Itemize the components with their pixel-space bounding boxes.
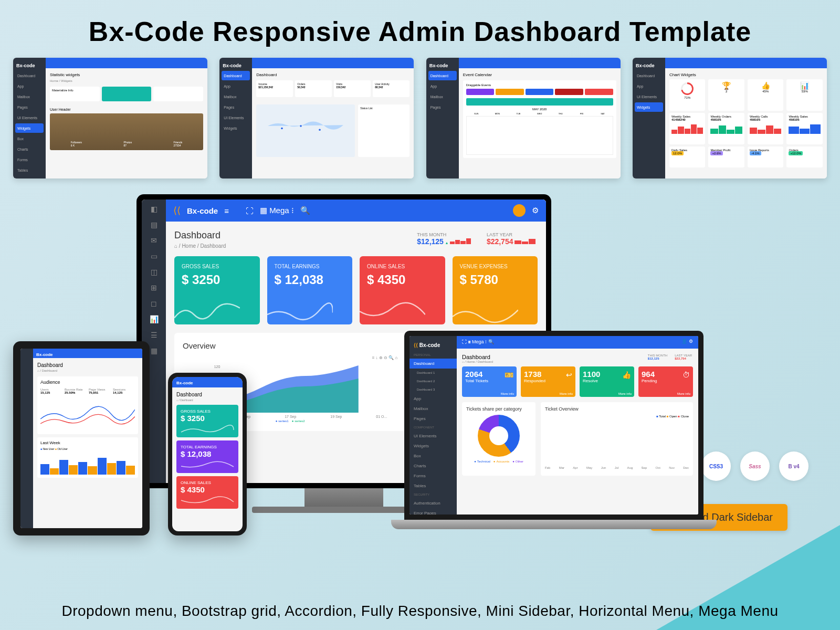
chart-icon[interactable]: 📊: [149, 315, 159, 324]
section-title: Chart Widgets: [669, 72, 823, 77]
sidebar-item[interactable]: Forms: [410, 471, 457, 481]
stat: Bounce Rate25.50%: [65, 388, 87, 394]
sidebar-subitem[interactable]: Dashboard 2: [410, 377, 457, 385]
more-info-link[interactable]: More info: [677, 392, 690, 395]
calendar-grid: [466, 116, 613, 155]
last-week-title: Last Week: [40, 440, 135, 445]
sidebar-item: Charts: [15, 144, 44, 154]
breadcrumb: ⌂ / Dashboard: [37, 369, 138, 372]
sidebar-item: Forms: [15, 155, 44, 164]
weekly-card: Weekly Calls458105: [748, 113, 784, 144]
laptop-base: [391, 520, 717, 529]
event-chip: [466, 89, 495, 95]
brand-logo: Bx-code: [426, 61, 459, 70]
progress-card: 👍 45%: [748, 79, 784, 111]
event-chip: [496, 89, 524, 95]
ticket-card-resolve: 1100 Resolve 👍 More info: [580, 366, 634, 397]
hero-image: Followers6 K Photos87 Friends27554: [50, 113, 203, 150]
more-info-link[interactable]: More info: [618, 392, 632, 395]
svg-point-2: [319, 129, 321, 131]
section-title: Event Calendar: [463, 72, 616, 77]
laptop-sidebar: ⟨⟨ Bx-code PERSONAL Dashboard Dashboard …: [410, 336, 457, 514]
stat-card: Orders50,542: [295, 80, 332, 97]
desktop-topbar: ⟨⟨ Bx-code ≡ ⛶ ▦ Mega ⁝ 🔍 ⚙: [166, 200, 546, 222]
widget-icon[interactable]: ⊞: [149, 284, 159, 293]
more-info-link[interactable]: More info: [560, 392, 573, 395]
sidebar-item-active: Dashboard: [222, 71, 250, 80]
box-icon[interactable]: ◻: [149, 299, 159, 309]
tablet-mockup: Bx-code Dashboard ⌂ / Dashboard Audience…: [13, 341, 150, 536]
pages-icon[interactable]: ▭: [149, 252, 159, 261]
search-icon[interactable]: 🔍: [300, 206, 310, 215]
sidebar-item: Pages: [15, 102, 44, 112]
fullscreen-icon[interactable]: ⛶: [246, 206, 254, 215]
ticket-card-responded: 1738 Responded ↩ More info: [521, 366, 575, 397]
svg-point-0: [281, 128, 284, 130]
sidebar-item[interactable]: Tables: [410, 481, 457, 491]
sidebar-item: App: [635, 81, 663, 91]
sidebar-subitem[interactable]: Dashboard 1: [410, 369, 457, 377]
day-header: TUE: [508, 112, 529, 115]
audience-chart: [40, 398, 135, 430]
sidebar-item[interactable]: Charts: [410, 461, 457, 471]
section-title: Dashboard: [256, 72, 410, 77]
tablet-title: Dashboard: [37, 362, 138, 368]
thumbnail-header: [252, 58, 414, 68]
brand-text: Bx-code: [187, 206, 218, 215]
phone-header: Bx-code: [172, 377, 243, 387]
sidebar-subitem[interactable]: Dashboard 3: [410, 385, 457, 394]
breadcrumb: Home / Widgets: [50, 79, 203, 82]
sidebar-item[interactable]: Mailbox: [410, 404, 457, 414]
avatar-icon[interactable]: [513, 204, 526, 217]
thumbnail-dashboard: Bx-code Dashboard App Mailbox Pages UI E…: [219, 58, 414, 178]
calendar-toolbar: [466, 98, 613, 106]
stat: Sessions14,125: [113, 388, 135, 394]
sidebar-item: Widgets: [222, 123, 250, 133]
sidebar-item[interactable]: Box: [410, 451, 457, 461]
mail-icon[interactable]: ✉: [149, 236, 159, 246]
section-title: User Header: [50, 108, 203, 111]
tablet-header: Bx-code: [33, 349, 142, 358]
day-header: SUN: [466, 112, 487, 115]
sidebar-item[interactable]: Authentication: [410, 498, 457, 508]
info-card: Materialize Info: [50, 87, 100, 101]
sidebar-item: Mailbox: [428, 92, 457, 101]
ticket-card-total: 2064 Total Tickets 🎫 More info: [462, 366, 517, 397]
sidebar-item: Dashboard: [635, 71, 663, 80]
sidebar-item-dashboard[interactable]: Dashboard: [410, 359, 457, 369]
header-stat: LAST YEAR$22,754: [675, 354, 692, 360]
menu-icon[interactable]: ≡: [224, 206, 229, 215]
laptop-topbar: ⛶ ▦ Mega ⁝ 🔍 👤 ⚙: [457, 336, 698, 349]
weekly-card: Weekly Orders458105: [708, 113, 744, 144]
app-icon[interactable]: ▤: [149, 220, 159, 230]
sidebar-item: Mailbox: [222, 92, 250, 101]
progress-card: 🏆 2: [708, 79, 744, 111]
ui-icon[interactable]: ◫: [149, 268, 159, 277]
sidebar-item: UI Elements: [15, 113, 44, 122]
form-icon[interactable]: ☰: [149, 331, 159, 340]
header-stat: THIS MONTH$12,125: [648, 354, 667, 360]
mega-menu-button[interactable]: ▦ Mega ⁝: [260, 206, 294, 215]
ticket-card-pending: 964 Pending ⏱ More info: [638, 366, 693, 397]
sidebar-item[interactable]: Error Pages: [410, 508, 457, 514]
more-info-link[interactable]: More info: [501, 392, 514, 395]
sidebar-item: App: [428, 81, 457, 91]
sidebar-item[interactable]: UI Elements: [410, 431, 457, 441]
daily-card: Daily Sales12.0%: [669, 146, 706, 167]
sidebar-item[interactable]: App: [410, 394, 457, 404]
features-text: Dropdown menu, Bootstrap grid, Accordion…: [0, 603, 840, 620]
stat-card: Income$21,150,542: [256, 80, 293, 97]
audience-title: Audience: [40, 380, 135, 385]
progress-card: 71%: [669, 79, 706, 111]
status-card: Status List: [358, 104, 410, 157]
sidebar-item[interactable]: Widgets: [410, 441, 457, 451]
phone-mockup: Bx-code Dashboard ⌂ / Dashboard GROSS SA…: [168, 373, 247, 536]
dashboard-icon[interactable]: ◧: [149, 205, 159, 214]
brand-logo: Bx-code: [219, 61, 252, 70]
table-icon[interactable]: ▦: [149, 346, 159, 356]
logout-icon[interactable]: ⚙: [532, 206, 539, 215]
hero-stat: Photos87: [124, 141, 132, 147]
sidebar-item[interactable]: Pages: [410, 414, 457, 424]
brand-logo: Bx-code: [13, 61, 46, 70]
stat-card-total-earnings: TOTAL EARNINGS $ 12,038: [267, 256, 353, 324]
